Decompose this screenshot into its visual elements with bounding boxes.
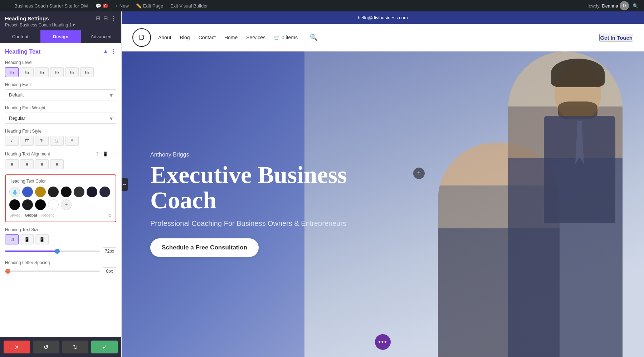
nav-about[interactable]: About: [158, 35, 171, 40]
heading-font-weight-select[interactable]: Regular: [5, 113, 116, 124]
wp-admin-bar: Business Coach Starter Site for Divi 💬 0…: [0, 0, 644, 11]
align-center-button[interactable]: ≡: [20, 159, 34, 169]
heading-level-buttons: H₁ H₂ H₃ H₄ H₅ H₆: [5, 67, 116, 77]
align-help-icon[interactable]: ?: [94, 151, 101, 157]
admin-search-icon[interactable]: 🔍: [630, 3, 640, 9]
color-swatch-black1[interactable]: [9, 199, 20, 210]
letter-spacing-slider-track[interactable]: [5, 271, 100, 272]
nav-blog[interactable]: Blog: [180, 35, 190, 40]
new-post-plus-icon: +: [115, 3, 118, 9]
size-tablet-icon[interactable]: 📱: [20, 234, 34, 244]
text-size-value[interactable]: 72px: [103, 247, 116, 255]
tab-content[interactable]: Content: [0, 30, 40, 43]
site-name-text: Business Coach Starter Site for Divi: [14, 3, 88, 9]
style-capitalize-button[interactable]: Tt: [35, 136, 49, 146]
tab-advanced[interactable]: Advanced: [81, 30, 121, 43]
color-swatch-black2[interactable]: [22, 199, 33, 210]
edit-page-label: Edit Page: [143, 3, 163, 9]
nav-services[interactable]: Services: [246, 35, 265, 40]
style-buttons: I TT Tt U S: [5, 136, 116, 146]
panel-more-icon[interactable]: ⋮: [111, 15, 116, 21]
size-desktop-icon[interactable]: 🖥: [5, 234, 19, 244]
align-right-button[interactable]: ≡: [35, 159, 49, 169]
h4-button[interactable]: H₄: [50, 67, 64, 77]
style-uppercase-button[interactable]: TT: [20, 136, 34, 146]
avatar[interactable]: D: [620, 1, 629, 10]
size-mobile-icon[interactable]: 📱: [35, 234, 49, 244]
nav-home[interactable]: Home: [224, 35, 238, 40]
color-tab-saved[interactable]: Saved: [9, 213, 20, 218]
hero-plus-button[interactable]: +: [413, 168, 425, 179]
section-title-icons: ▲ ⋮: [103, 48, 116, 55]
heading-text-alignment-label: Heading Text Alignment: [5, 152, 50, 157]
color-swatch-dark2[interactable]: [61, 187, 72, 197]
text-size-slider-track[interactable]: [5, 251, 100, 252]
color-settings-icon[interactable]: ⚙: [108, 213, 112, 218]
floating-dots-button[interactable]: •••: [375, 334, 391, 350]
color-swatch-gold[interactable]: [35, 187, 46, 197]
eyedropper-swatch[interactable]: 💧: [9, 187, 20, 197]
panel-preset-chevron: ▾: [73, 23, 75, 28]
color-tab-recent[interactable]: Recent: [41, 213, 54, 218]
nav-contact[interactable]: Contact: [199, 35, 216, 40]
color-swatch-white[interactable]: [48, 199, 59, 210]
style-italic-button[interactable]: I: [5, 136, 19, 146]
letter-spacing-slider-thumb[interactable]: [5, 269, 10, 274]
letter-spacing-slider-row: 0px: [5, 267, 116, 275]
cancel-button[interactable]: ✕: [4, 341, 30, 353]
color-swatch-dark1[interactable]: [48, 187, 59, 197]
color-swatch-dark3[interactable]: [74, 187, 84, 197]
color-swatch-add[interactable]: +: [61, 199, 72, 210]
color-swatch-dark5[interactable]: [99, 187, 110, 197]
align-more-icon[interactable]: ⋮: [110, 151, 116, 157]
hero-cta-button[interactable]: Schedule a Free Consultation: [150, 238, 259, 257]
h1-button[interactable]: H₁: [5, 67, 19, 77]
heading-font-select[interactable]: Default: [5, 89, 116, 100]
site-logo[interactable]: D: [132, 28, 151, 47]
topbar-email[interactable]: hello@divibusiness.com: [358, 15, 408, 20]
save-button[interactable]: ✓: [91, 341, 118, 353]
style-strikethrough-button[interactable]: S: [65, 136, 79, 146]
color-swatch-blue[interactable]: [22, 187, 33, 197]
h5-button[interactable]: H₅: [65, 67, 79, 77]
align-responsive-icon[interactable]: 📱: [102, 151, 108, 157]
style-underline-button[interactable]: U: [50, 136, 64, 146]
color-tabs: Saved Global Recent ⚙: [9, 213, 112, 218]
color-swatch-dark4[interactable]: [87, 187, 97, 197]
hero-content: Anthony Briggs Executive Business Coach …: [150, 152, 365, 257]
align-left-button[interactable]: ≡: [5, 159, 19, 169]
wp-logo-item[interactable]: [4, 0, 11, 11]
section-more-icon[interactable]: ⋮: [111, 48, 116, 55]
undo-button[interactable]: ↺: [33, 341, 59, 353]
edit-page-item[interactable]: ✏️ Edit Page: [132, 0, 167, 11]
nav-search-icon[interactable]: 🔍: [310, 34, 318, 41]
site-name-item[interactable]: Business Coach Starter Site for Divi: [11, 0, 92, 11]
username-text[interactable]: Deanna: [602, 3, 618, 9]
redo-button[interactable]: ↻: [62, 341, 89, 353]
exit-builder-item[interactable]: Exit Visual Builder: [167, 0, 211, 11]
left-panel: Heading Settings ⊞ ⊟ ⋮ Preset: Business …: [0, 11, 122, 357]
panel-split-icon[interactable]: ⊟: [103, 15, 108, 21]
h3-button[interactable]: H₃: [35, 67, 49, 77]
panel-toolbar: ✕ ↺ ↻ ✓: [0, 337, 121, 357]
site-cta-button[interactable]: Get In Touch: [599, 34, 633, 41]
h2-button[interactable]: H₂: [20, 67, 34, 77]
site-topbar: hello@divibusiness.com: [122, 11, 644, 24]
align-justify-button[interactable]: ≡: [50, 159, 64, 169]
panel-preset[interactable]: Preset: Business Coach Heading 1 ▾: [5, 23, 116, 28]
heading-text-size-label: Heading Text Size: [5, 227, 116, 232]
new-post-item[interactable]: + New: [112, 0, 132, 11]
color-swatch-black3[interactable]: [35, 199, 46, 210]
cart-count: 0 items: [282, 35, 298, 40]
letter-spacing-value[interactable]: 0px: [103, 267, 116, 275]
comments-item[interactable]: 💬 0: [92, 0, 112, 11]
h6-button[interactable]: H₆: [80, 67, 94, 77]
text-size-slider-thumb[interactable]: [55, 249, 60, 254]
nav-cart[interactable]: 🛒 0 items: [274, 35, 298, 40]
resize-handle[interactable]: ↔: [122, 178, 128, 191]
panel-responsive-icon[interactable]: ⊞: [96, 15, 101, 21]
color-tab-global[interactable]: Global: [25, 213, 37, 218]
section-collapse-icon[interactable]: ▲: [103, 48, 108, 55]
color-swatches: 💧 +: [9, 187, 112, 210]
tab-design[interactable]: Design: [40, 30, 81, 43]
